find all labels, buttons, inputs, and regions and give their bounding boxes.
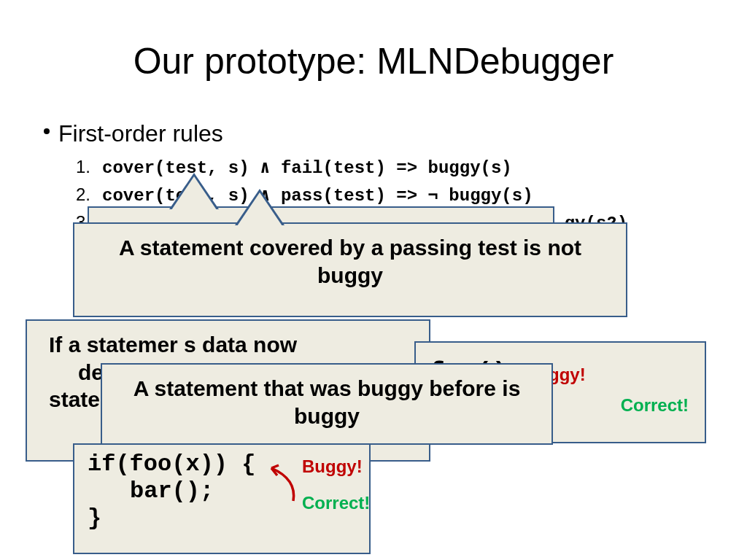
rule-code: cover(test, s) ∧ pass(test) => ¬ buggy(s… [102, 186, 533, 206]
bullet-text: First-order rules [58, 120, 223, 147]
pointer-fill [237, 192, 282, 226]
rule-num: 2. [76, 184, 90, 204]
rule-num: 1. [76, 157, 90, 176]
rule-code: cover(test, s) ∧ fail(test) => buggy(s) [102, 158, 512, 178]
pointer-fill [171, 176, 217, 210]
rule-1: 1.cover(test, s) ∧ fail(test) => buggy(s… [76, 157, 512, 178]
correct-label: Correct! [302, 493, 370, 513]
callout-passing: A statement covered by a passing test is… [73, 222, 627, 317]
callout-text: A statement covered by a passing test is… [119, 236, 581, 287]
arrow-icon [257, 461, 308, 512]
code-box: if(foo(x)) { bar(); } Buggy! Correct! [73, 443, 371, 554]
bullet-icon [44, 128, 50, 134]
callout-text: If a statemer s data now [49, 331, 414, 359]
slide-title: Our prototype: MLNDebugger [0, 0, 747, 82]
callout-text: A statement that was buggy before is bug… [133, 376, 521, 428]
rule-2: 2.cover(test, s) ∧ pass(test) => ¬ buggy… [76, 184, 533, 206]
buggy-label: Buggy! [302, 456, 363, 477]
callout-wasbuggy: A statement that was buggy before is bug… [101, 363, 553, 445]
correct-label: Correct! [621, 394, 689, 416]
